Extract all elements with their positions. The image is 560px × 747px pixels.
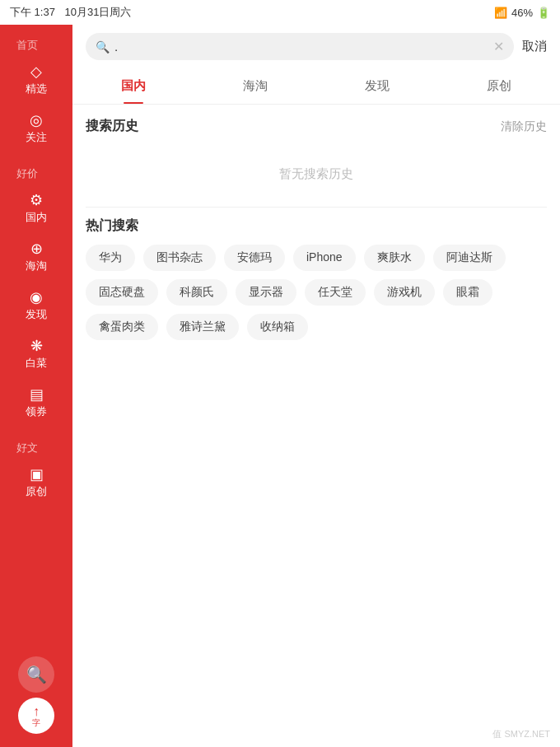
search-icon: 🔍	[26, 665, 47, 684]
sidebar-label-baicai: 白菜	[26, 356, 47, 371]
leaf-icon: ❋	[30, 338, 43, 353]
eye-icon: ◎	[30, 113, 43, 128]
search-input[interactable]	[114, 40, 488, 54]
content-area: 搜索历史 清除历史 暂无搜索历史 热门搜索 华为图书杂志安德玛iPhone爽肤水…	[72, 105, 560, 747]
empty-history-text: 暂无搜索历史	[72, 142, 560, 207]
hot-tag[interactable]: 安德玛	[224, 245, 285, 271]
hot-search-section: 热门搜索 华为图书杂志安德玛iPhone爽肤水阿迪达斯固态硬盘科颜氏显示器任天堂…	[72, 207, 560, 353]
hot-tag[interactable]: iPhone	[293, 245, 356, 271]
sidebar-label-jingxuan: 精选	[26, 82, 47, 96]
status-right: 📶 46% 🔋	[494, 7, 550, 19]
sidebar-item-jingxuan[interactable]: ◇ 精选	[0, 56, 72, 105]
sidebar-label-haitao: 海淘	[26, 259, 47, 273]
clear-history-button[interactable]: 清除历史	[501, 119, 547, 134]
search-history-title: 搜索历史	[86, 118, 138, 135]
search-input-wrapper: 🔍 ✕	[86, 33, 514, 60]
battery-icon: 🔋	[537, 7, 550, 19]
sidebar-label-guanzhu: 关注	[26, 130, 47, 145]
sidebar-bottom: 🔍 ↑ 字	[0, 656, 72, 747]
section-label-haojia: 好价	[0, 153, 72, 184]
status-time: 下午 1:37 10月31日周六	[10, 5, 131, 20]
coupon-icon: ▤	[30, 387, 44, 402]
sidebar-label-guonei: 国内	[26, 210, 47, 225]
clear-icon[interactable]: ✕	[493, 39, 504, 54]
gear-icon: ⚙	[30, 193, 43, 208]
diamond-icon: ◇	[30, 64, 42, 79]
sidebar-item-guanzhu[interactable]: ◎ 关注	[0, 105, 72, 153]
status-bar: 下午 1:37 10月31日周六 📶 46% 🔋	[0, 0, 560, 25]
hot-search-title: 热门搜索	[86, 207, 547, 245]
tab-faxian[interactable]: 发现	[316, 68, 438, 104]
search-history-header: 搜索历史 清除历史	[72, 105, 560, 142]
discover-icon: ◉	[30, 290, 43, 305]
sidebar-item-baicai[interactable]: ❋ 白菜	[0, 330, 72, 379]
sidebar-label-faxian: 发现	[26, 307, 47, 322]
tab-yuanchuang[interactable]: 原创	[438, 68, 560, 104]
tabs-row: 国内 海淘 发现 原创	[72, 68, 560, 105]
hot-tag[interactable]: 收纳箱	[247, 314, 308, 340]
hot-tag[interactable]: 图书杂志	[143, 245, 216, 271]
hot-tag[interactable]: 禽蛋肉类	[86, 314, 158, 340]
hot-tag[interactable]: 固态硬盘	[86, 279, 158, 306]
sidebar-avatar[interactable]: ↑ 字	[18, 698, 54, 734]
hot-tag[interactable]: 阿迪达斯	[433, 245, 506, 271]
sidebar-item-yuanchuang[interactable]: ▣ 原创	[0, 459, 72, 507]
watermark: 值 SMYZ.NET	[492, 728, 550, 740]
article-icon: ▣	[30, 467, 44, 482]
hot-tags: 华为图书杂志安德玛iPhone爽肤水阿迪达斯固态硬盘科颜氏显示器任天堂游戏机眼霜…	[86, 245, 547, 340]
sidebar-search-button[interactable]: 🔍	[18, 656, 54, 693]
cancel-button[interactable]: 取消	[522, 39, 547, 54]
app-container: 首页 ◇ 精选 ◎ 关注 好价 ⚙ 国内 ⊕ 海淘 ◉ 发现 ❋ 白菜 ▤ 领券	[0, 25, 560, 747]
sidebar-label-yuanchuang: 原创	[26, 484, 47, 499]
globe-icon: ⊕	[30, 241, 43, 256]
sidebar-item-lingquan[interactable]: ▤ 领券	[0, 379, 72, 427]
hot-tag[interactable]: 爽肤水	[364, 245, 425, 271]
hot-tag[interactable]: 眼霜	[443, 279, 492, 306]
section-label-haowen: 好文	[0, 427, 72, 459]
hot-tag[interactable]: 任天堂	[305, 279, 366, 306]
sidebar-item-haitao[interactable]: ⊕ 海淘	[0, 233, 72, 282]
sidebar: 首页 ◇ 精选 ◎ 关注 好价 ⚙ 国内 ⊕ 海淘 ◉ 发现 ❋ 白菜 ▤ 领券	[0, 25, 72, 747]
sidebar-item-faxian[interactable]: ◉ 发现	[0, 282, 72, 330]
hot-tag[interactable]: 科颜氏	[166, 279, 227, 306]
main-content: 🔍 ✕ 取消 国内 海淘 发现 原创 搜索历史	[72, 25, 560, 747]
sidebar-label-lingquan: 领券	[26, 404, 47, 419]
search-bar-area: 🔍 ✕ 取消	[72, 25, 560, 68]
sidebar-item-guonei[interactable]: ⚙ 国内	[0, 184, 72, 233]
avatar-icon: ↑	[33, 704, 40, 719]
search-icon: 🔍	[96, 40, 110, 54]
tab-haitao[interactable]: 海淘	[194, 68, 316, 104]
section-label-home: 首页	[0, 25, 72, 56]
battery-indicator: 46%	[511, 7, 533, 19]
avatar-text: 字	[32, 719, 40, 727]
hot-tag[interactable]: 雅诗兰黛	[166, 314, 239, 340]
wifi-icon: 📶	[494, 7, 507, 19]
tab-guonei[interactable]: 国内	[72, 68, 194, 104]
hot-tag[interactable]: 显示器	[236, 279, 296, 306]
hot-tag[interactable]: 游戏机	[374, 279, 435, 306]
hot-tag[interactable]: 华为	[86, 245, 135, 271]
